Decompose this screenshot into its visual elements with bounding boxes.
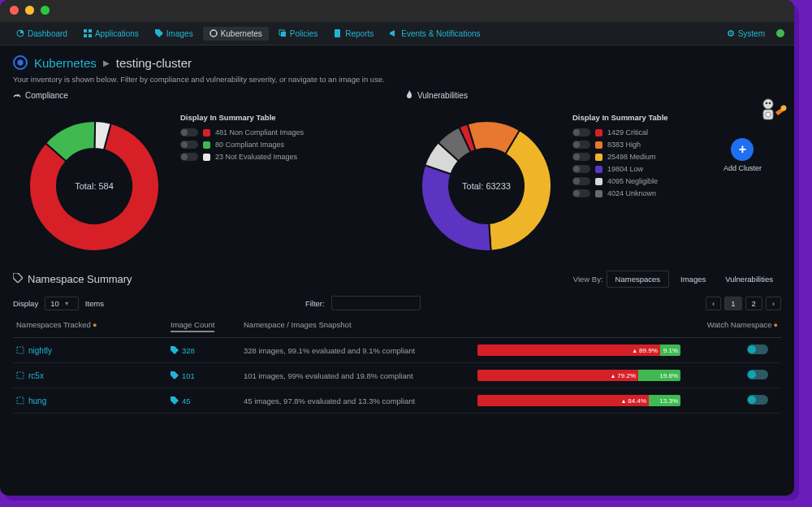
legend-item[interactable]: 4095 Negligible bbox=[572, 177, 781, 185]
legend-item[interactable]: 80 Compliant Images bbox=[180, 141, 389, 149]
svg-rect-15 bbox=[763, 110, 773, 119]
legend-toggle[interactable] bbox=[180, 128, 198, 136]
legend-toggle[interactable] bbox=[572, 128, 590, 136]
page-next[interactable]: › bbox=[766, 297, 781, 310]
legend-item[interactable]: 23 Not Evaluated Images bbox=[180, 153, 389, 161]
vulnerabilities-donut-chart[interactable]: Total: 63233 bbox=[405, 105, 568, 267]
namespace-link[interactable]: nightly bbox=[16, 346, 171, 355]
section-title: Namespace Summary bbox=[28, 273, 132, 285]
help-icon[interactable]: ● bbox=[774, 321, 778, 329]
legend-swatch-icon bbox=[203, 129, 210, 136]
chevron-right-icon: ▶ bbox=[103, 58, 110, 67]
nav-label: Reports bbox=[345, 29, 374, 38]
legend-toggle[interactable] bbox=[180, 153, 198, 161]
chevron-down-icon: ▼ bbox=[64, 301, 70, 306]
legend-toggle[interactable] bbox=[572, 141, 590, 149]
nav-system[interactable]: System bbox=[720, 27, 771, 41]
tag-icon bbox=[13, 273, 23, 285]
nav-dashboard[interactable]: Dashboard bbox=[10, 27, 74, 41]
legend-toggle[interactable] bbox=[572, 165, 590, 173]
nav-label: Images bbox=[166, 29, 193, 38]
kubernetes-icon bbox=[13, 55, 28, 70]
svg-rect-4 bbox=[89, 34, 92, 37]
add-cluster-button[interactable]: + bbox=[731, 138, 754, 161]
nav-label: Applications bbox=[95, 29, 139, 38]
warning-icon: ▲ bbox=[620, 398, 626, 404]
vulnerabilities-legend: Display In Summary Table 1429 Critical83… bbox=[568, 105, 781, 267]
view-by-images[interactable]: Images bbox=[672, 271, 714, 287]
image-count-badge: 45 bbox=[171, 396, 244, 405]
svg-rect-8 bbox=[335, 29, 340, 37]
svg-rect-6 bbox=[279, 30, 284, 35]
breadcrumb-root[interactable]: Kubernetes bbox=[34, 56, 97, 70]
legend-toggle[interactable] bbox=[572, 177, 590, 185]
nav-label: Kubernetes bbox=[221, 29, 262, 38]
legend-toggle[interactable] bbox=[180, 141, 198, 149]
nav-label: System bbox=[738, 29, 765, 38]
legend-item[interactable]: 1429 Critical bbox=[572, 128, 781, 136]
nav-images[interactable]: Images bbox=[149, 27, 200, 41]
minimize-icon[interactable] bbox=[25, 6, 34, 15]
maximize-icon[interactable] bbox=[41, 6, 50, 15]
legend-title: Display In Summary Table bbox=[180, 113, 389, 122]
grid-icon bbox=[84, 29, 92, 37]
nav-reports[interactable]: Reports bbox=[327, 27, 380, 41]
legend-item[interactable]: 4024 Unknown bbox=[572, 189, 781, 197]
warning-icon: ▲ bbox=[610, 373, 615, 379]
panel-title-label: Compliance bbox=[25, 91, 68, 100]
col-snapshot[interactable]: Namespace / Images Snapshot bbox=[244, 320, 352, 329]
view-by-namespaces[interactable]: Namespaces bbox=[607, 271, 669, 288]
nav-applications[interactable]: Applications bbox=[77, 27, 145, 41]
filter-input[interactable] bbox=[331, 296, 421, 310]
legend-label: 4024 Unknown bbox=[607, 189, 656, 197]
svg-point-14 bbox=[769, 102, 771, 105]
svg-rect-20 bbox=[17, 372, 24, 379]
col-image-count[interactable]: Image Count bbox=[171, 320, 214, 332]
namespace-link[interactable]: hung bbox=[16, 396, 171, 405]
legend-swatch-icon bbox=[203, 141, 210, 149]
tag-icon bbox=[155, 29, 163, 37]
add-cluster-label: Add Cluster bbox=[723, 164, 762, 172]
svg-point-17 bbox=[781, 106, 787, 111]
view-by-vulnerabilities[interactable]: Vulnerabilities bbox=[717, 271, 781, 287]
namespace-link[interactable]: rc5x bbox=[16, 371, 171, 380]
compliance-donut-chart[interactable]: Total: 584 bbox=[13, 105, 175, 267]
nav-policies[interactable]: Policies bbox=[272, 27, 324, 41]
legend-label: 1429 Critical bbox=[607, 128, 648, 136]
svg-marker-11 bbox=[18, 59, 24, 66]
table-row: rc5x 101 101 images, 99% evaluated and 1… bbox=[13, 363, 781, 388]
legend-swatch-icon bbox=[595, 190, 603, 197]
svg-point-9 bbox=[728, 31, 733, 36]
legend-swatch-icon bbox=[595, 178, 603, 185]
col-namespaces[interactable]: Namespaces Tracked bbox=[16, 320, 91, 329]
vulnerabilities-panel: Vulnerabilities Total: 63233 Display In … bbox=[405, 90, 781, 267]
panel-title-label: Vulnerabilities bbox=[417, 91, 468, 100]
page-size-select[interactable]: 10 ▼ bbox=[45, 297, 79, 310]
legend-toggle[interactable] bbox=[572, 153, 590, 161]
legend-item[interactable]: 481 Non Compliant Images bbox=[180, 128, 389, 136]
table-header: Namespaces Tracked● Image Count Namespac… bbox=[13, 315, 781, 338]
col-watch[interactable]: Watch Namespace bbox=[707, 320, 772, 329]
snapshot-text: 45 images, 97.8% evaluated and 13.3% com… bbox=[244, 396, 415, 405]
legend-toggle[interactable] bbox=[572, 189, 590, 197]
page-2[interactable]: 2 bbox=[745, 297, 762, 310]
svg-rect-19 bbox=[17, 347, 24, 353]
page-prev[interactable]: ‹ bbox=[706, 297, 721, 310]
warning-icon: ▲ bbox=[632, 348, 637, 353]
svg-line-18 bbox=[17, 94, 19, 97]
close-icon[interactable] bbox=[10, 6, 19, 15]
chart-total-label: Total: 63233 bbox=[405, 105, 568, 267]
compliance-panel: Compliance Total: 584 Display In Summary… bbox=[13, 90, 389, 267]
nav-events[interactable]: Events & Notifications bbox=[383, 27, 486, 41]
watch-toggle[interactable] bbox=[747, 370, 768, 379]
nav-kubernetes[interactable]: Kubernetes bbox=[203, 27, 269, 41]
watch-toggle[interactable] bbox=[747, 344, 768, 354]
watch-toggle[interactable] bbox=[747, 395, 768, 405]
page-subtitle: Your inventory is shown below. Filter by… bbox=[13, 75, 781, 84]
page-1[interactable]: 1 bbox=[724, 297, 741, 310]
plus-icon: + bbox=[739, 142, 746, 157]
help-icon[interactable]: ● bbox=[93, 321, 97, 329]
nav-label: Policies bbox=[290, 29, 317, 38]
legend-label: 8383 High bbox=[607, 141, 641, 149]
compliance-bar: ▲84.4% 13.3% bbox=[477, 395, 680, 406]
